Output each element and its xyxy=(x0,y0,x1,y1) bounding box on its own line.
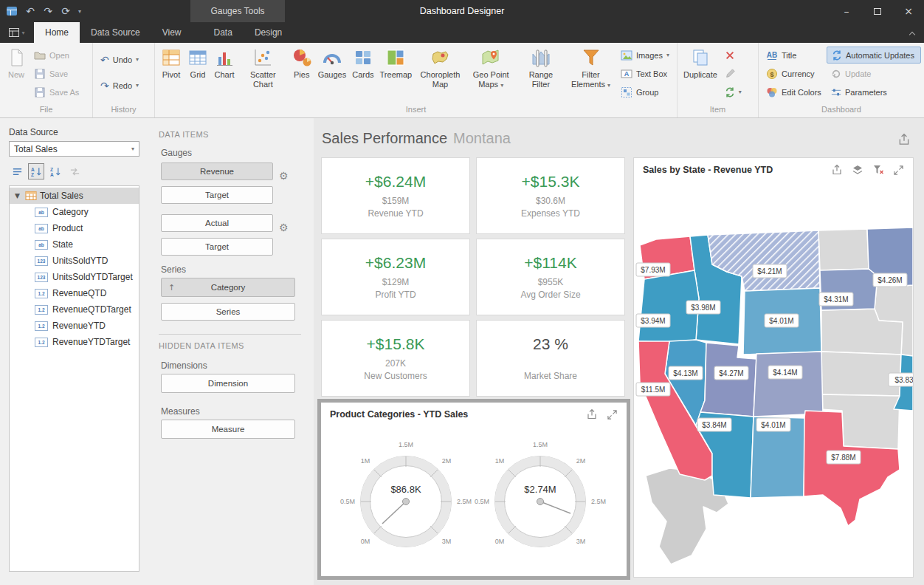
data-item-category[interactable]: ↑ Category xyxy=(161,278,295,297)
undo-button[interactable]: ↶ Undo ▾ xyxy=(96,51,143,68)
tree-item-product[interactable]: ab Product xyxy=(10,220,139,236)
maximize-button[interactable] xyxy=(893,165,904,176)
layers-button[interactable] xyxy=(852,164,863,176)
cards-button[interactable]: Cards xyxy=(349,45,376,103)
tree-item-unitssoldytd[interactable]: 123 UnitsSoldYTD xyxy=(10,253,139,269)
context-tab-gauges-tools[interactable]: Gauges Tools xyxy=(190,0,285,22)
text-box-button[interactable]: A Text Box xyxy=(616,65,674,82)
app-menu-button[interactable]: ▾ xyxy=(0,22,34,43)
gauge-tick-label: 2M xyxy=(442,457,452,465)
map-panel[interactable]: Sales by State - Revenue YTD xyxy=(633,157,914,578)
minimize-button[interactable]: – xyxy=(831,0,862,22)
data-item-target-1[interactable]: Target xyxy=(161,186,273,204)
gauge-target[interactable]: 0M 0.5M 1M 1.5M 2M 2.5M 3M $2.74M xyxy=(475,441,606,547)
grid-button[interactable]: Grid xyxy=(185,45,211,103)
tree-item-revenueqtd[interactable]: 1.2 RevenueQTD xyxy=(10,285,139,301)
images-button[interactable]: Images ▾ xyxy=(616,47,674,64)
data-item-actual[interactable]: Actual xyxy=(161,214,273,232)
card-market-share[interactable]: 23 % Market Share xyxy=(476,320,625,397)
tree-item-state[interactable]: ab State xyxy=(10,236,139,253)
gauge-panel[interactable]: Product Categories - YTD Sales xyxy=(321,403,627,574)
currency-button[interactable]: $ Currency xyxy=(762,65,827,82)
choropleth-map: $7.93M $4.21M $4.26M $3.98M $4.31M $3.94… xyxy=(634,182,913,575)
sort-up-icon[interactable]: ↑ xyxy=(168,283,175,292)
card-avg-order-size[interactable]: +$114K $955K Avg Order Size xyxy=(476,239,625,315)
sort-ascending-button[interactable]: AZ xyxy=(28,163,44,179)
back-button[interactable]: ↶ xyxy=(22,5,38,17)
pies-button[interactable]: Pies xyxy=(289,45,315,103)
filter-elements-button[interactable]: Filter Elements ▾ xyxy=(565,45,616,103)
scatter-chart-button[interactable]: Scatter Chart xyxy=(238,45,289,103)
group-button[interactable]: Group xyxy=(616,83,674,100)
range-filter-button[interactable]: Range Filter xyxy=(517,45,566,103)
tab-design[interactable]: Design xyxy=(244,22,293,43)
state-north-dakota[interactable] xyxy=(818,229,869,270)
data-item-target-2[interactable]: Target xyxy=(161,238,273,256)
edit-item-button[interactable] xyxy=(720,65,746,82)
gear-icon[interactable]: ⚙ xyxy=(279,170,289,182)
map-label-south-dakota: $4.31M xyxy=(819,292,853,306)
gauges-button[interactable]: Gauges xyxy=(315,45,350,103)
chart-button[interactable]: Chart xyxy=(211,45,238,103)
state-colorado[interactable] xyxy=(754,352,823,417)
qat-customize-caret-icon[interactable]: ▾ xyxy=(75,8,84,15)
tree-item-total-sales[interactable]: ▼ Total Sales xyxy=(10,188,139,204)
data-item-series[interactable]: Series xyxy=(161,303,295,321)
data-source-select[interactable]: Total Sales ▾ xyxy=(9,141,139,157)
card-expenses-ytd[interactable]: +$15.3K $30.6M Expenses YTD xyxy=(476,157,625,234)
tab-view[interactable]: View xyxy=(151,22,193,43)
close-button[interactable]: × xyxy=(893,0,924,22)
data-item-dimension[interactable]: Dimension xyxy=(161,374,295,393)
gear-icon[interactable]: ⚙ xyxy=(279,222,289,233)
tree-item-revenueytd[interactable]: 1.2 RevenueYTD xyxy=(10,318,139,334)
tree-item-unitssoldytdtarget[interactable]: 123 UnitsSoldYTDTarget xyxy=(10,269,139,285)
update-button[interactable]: Update xyxy=(827,65,921,82)
dashboard-export-button[interactable] xyxy=(897,133,911,146)
save-as-button[interactable]: Save As xyxy=(30,83,83,100)
clear-filter-button[interactable] xyxy=(872,164,884,176)
duplicate-button[interactable]: Duplicate xyxy=(680,45,720,103)
treemap-button[interactable]: Treemap xyxy=(377,45,416,103)
card-revenue-ytd[interactable]: +$6.24M $159M Revenue YTD xyxy=(321,157,470,234)
gauge-revenue[interactable]: 0M 0.5M 1M 1.5M 2M 2.5M 3M $86.8K xyxy=(340,441,472,547)
tab-home[interactable]: Home xyxy=(34,22,80,43)
forward-button[interactable]: ↷ xyxy=(40,5,56,17)
automatic-updates-button[interactable]: Automatic Updates xyxy=(827,47,921,64)
field-list-view-button[interactable] xyxy=(9,163,25,179)
gauge-tick-label: 1.5M xyxy=(533,441,548,448)
open-button[interactable]: Open xyxy=(30,47,83,64)
tree-item-revenueqtdtarget[interactable]: 1.2 RevenueQTDTarget xyxy=(10,301,139,318)
tab-data-source[interactable]: Data Source xyxy=(80,22,151,43)
tree-item-revenueytdtarget[interactable]: 1.2 RevenueYTDTarget xyxy=(10,334,139,350)
collapse-ribbon-button[interactable] xyxy=(906,29,918,38)
card-profit-ytd[interactable]: +$6.23M $129M Profit YTD xyxy=(321,239,470,315)
move-fields-button[interactable] xyxy=(66,163,83,179)
gauge-panel-selection-frame[interactable]: Product Categories - YTD Sales xyxy=(317,399,630,580)
maximize-button[interactable] xyxy=(862,0,893,22)
tab-data[interactable]: Data xyxy=(203,22,244,43)
geo-point-maps-button[interactable]: Geo Point Maps ▾ xyxy=(466,45,517,103)
maximize-button[interactable] xyxy=(607,409,618,420)
refresh-button[interactable]: ⟳ xyxy=(58,5,74,17)
update-icon xyxy=(831,69,841,79)
sort-descending-button[interactable]: ZA xyxy=(47,163,63,179)
text-box-icon: A xyxy=(621,68,632,80)
tree-item-category[interactable]: ab Category xyxy=(10,204,139,220)
export-button[interactable] xyxy=(831,164,843,176)
edit-colors-button[interactable]: Edit Colors xyxy=(762,83,827,100)
new-button[interactable]: New xyxy=(3,45,30,103)
dimension-field-icon: ab xyxy=(35,240,48,250)
card-new-customers[interactable]: +$15.8K 207K New Customers xyxy=(321,320,470,397)
export-button[interactable] xyxy=(586,408,598,420)
save-button[interactable]: Save xyxy=(30,65,83,82)
pivot-button[interactable]: Pivot xyxy=(158,45,185,103)
choropleth-map-button[interactable]: Choropleth Map xyxy=(415,45,466,103)
delete-item-button[interactable] xyxy=(720,47,746,64)
expander-icon[interactable]: ▼ xyxy=(15,192,22,199)
parameters-button[interactable]: Parameters xyxy=(827,83,921,100)
title-button[interactable]: AB Title xyxy=(762,47,827,64)
convert-item-button[interactable]: ▾ xyxy=(720,83,746,100)
redo-button[interactable]: ↷ Redo ▾ xyxy=(96,77,143,94)
data-item-measure[interactable]: Measure xyxy=(161,420,295,439)
data-item-revenue[interactable]: Revenue xyxy=(161,162,273,180)
